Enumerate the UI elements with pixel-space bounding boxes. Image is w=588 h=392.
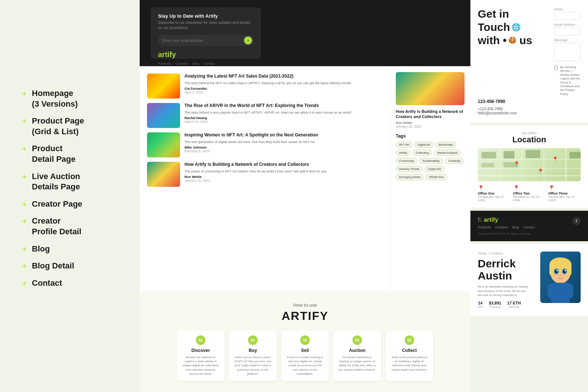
office-name-1: Office One — [478, 192, 510, 195]
svg-point-26 — [564, 270, 566, 271]
tag-crypto-art[interactable]: Crypto Art — [424, 166, 444, 172]
blog-item-1[interactable]: Analyzing the Latest NFT Art Sales Data … — [147, 74, 382, 99]
tag-nft-art[interactable]: NFT Art — [396, 142, 412, 148]
footer-nav-products[interactable]: Products — [158, 62, 171, 65]
sidebar-item-contact[interactable]: + Contact — [22, 278, 125, 289]
footer-nav-creators[interactable]: Creators — [176, 62, 189, 65]
tag-sustainability[interactable]: Sustainability — [419, 158, 443, 164]
svg-rect-19 — [549, 263, 554, 275]
blog-item-3[interactable]: Inspiring Women in NFT Art: A Spotlight … — [147, 132, 382, 157]
sidebar-item-product-detail[interactable]: + ProductDetail Page — [22, 143, 125, 164]
sidebar-item-homepage[interactable]: + Homepage(3 Versions) — [22, 88, 125, 109]
stat-earning-usd-label: Earning — [489, 305, 501, 309]
svg-rect-9 — [526, 150, 540, 158]
svg-point-25 — [556, 270, 558, 271]
blog-date-1: April 1, 2022 — [184, 90, 382, 94]
contact-emoji-cookie: 🍪 — [508, 36, 516, 44]
blog-item-4[interactable]: How Artify is Building a Network of Crea… — [147, 162, 382, 187]
sidebar-blog-title: How Artify is Building a Network of Crea… — [396, 109, 465, 120]
tag-emerging-artists[interactable]: Emerging Artists — [396, 174, 424, 180]
sidebar-item-live-auction[interactable]: + Live AuctionDetails Page — [22, 171, 125, 192]
svg-rect-8 — [503, 151, 514, 158]
svg-rect-29 — [548, 284, 555, 299]
tag-digital-art[interactable]: Digital Art — [414, 142, 433, 148]
profile-name: DerrickAustin — [478, 257, 534, 282]
office-two: 📍 Office Two 456 Market St, City, ST 678… — [513, 185, 545, 202]
sidebar-item-blog[interactable]: + Blog — [22, 244, 125, 254]
facebook-icon[interactable]: f — [573, 217, 581, 225]
step-title-5: Collect — [391, 348, 428, 353]
plus-icon: + — [22, 117, 27, 126]
sidebar-blog-date: January 15, 2023 — [396, 125, 465, 128]
main-layout: + Homepage(3 Versions) + Product Page(Gr… — [0, 0, 588, 392]
blog-title-3: Inspiring Women in NFT Art: A Spotlight … — [184, 132, 382, 138]
blog-sidebar: How Artify is Building a Network of Crea… — [390, 66, 470, 291]
stat-arts-value: 14 — [478, 301, 483, 305]
tag-vr-ar-arts[interactable]: VR/AR Arts — [426, 174, 447, 180]
blog-item-2[interactable]: The Rise of AR/VR in the World of NFT Ar… — [147, 103, 382, 128]
plus-icon: + — [22, 89, 27, 99]
tag-industry-trends[interactable]: Industry Trends — [396, 166, 423, 172]
footer-link-contact[interactable]: Contact — [523, 225, 535, 229]
footer-social: f — [573, 217, 581, 225]
svg-rect-12 — [570, 152, 581, 158]
footer-brand: fi.artify — [478, 217, 498, 223]
contact-email-input[interactable] — [554, 27, 581, 35]
office-name-3: Office Three — [548, 192, 581, 195]
stat-arts-label: Arts — [478, 305, 483, 309]
sidebar-item-creator-profile[interactable]: + CreatorProfile Detail — [22, 216, 125, 237]
contact-name-input[interactable] — [554, 12, 581, 20]
tag-community[interactable]: Community — [396, 158, 417, 164]
footer-link-blog[interactable]: Blog — [512, 225, 519, 229]
svg-rect-10 — [481, 163, 494, 167]
tag-artists[interactable]: Artists — [396, 150, 410, 156]
contact-agree-checkbox[interactable] — [554, 66, 558, 70]
tag-market-analysis[interactable]: Market Analysis — [434, 150, 461, 156]
contact-email-label: Email Address — [554, 23, 581, 26]
svg-point-27 — [559, 275, 562, 276]
blog-excerpt-2: The story behind a very popular trend in… — [184, 110, 382, 115]
office-address-1: 123 Main Ave, City, ST 12345 — [478, 195, 510, 202]
blog-title-4: How Artify is Building a Network of Crea… — [184, 162, 382, 168]
footer-link-products[interactable]: Products — [478, 225, 491, 229]
step-title-4: Auction — [338, 348, 376, 353]
step-number-3: 03 — [300, 335, 310, 345]
tag-collecting[interactable]: Collecting — [412, 150, 432, 156]
sidebar-item-product-page[interactable]: + Product Page(Grid & List) — [22, 116, 125, 137]
contact-emoji-globe: 🌐 — [512, 23, 521, 32]
right-panel: Get in Touch 🌐 with • 🍪 us Name Email Ad… — [470, 0, 588, 392]
contact-email-field: Email Address — [554, 23, 581, 35]
footer-nav-contact[interactable]: Contact — [204, 62, 215, 65]
blog-thumb-2 — [147, 103, 180, 128]
svg-text:📍: 📍 — [537, 168, 544, 175]
sidebar: + Homepage(3 Versions) + Product Page(Gr… — [0, 0, 140, 392]
sidebar-item-blog-detail[interactable]: + Blog Detail — [22, 261, 125, 271]
footer-nav-blog[interactable]: Blog — [193, 62, 199, 65]
tag-blockchain[interactable]: Blockchain — [435, 142, 456, 148]
footer-brand-prefix: fi. — [478, 217, 482, 223]
stat-earning-eth-label: Earning — [507, 305, 521, 309]
stat-earning-eth-value: 17 ETH — [507, 301, 521, 305]
blog-excerpt-4: The power of community in NFT Art market… — [184, 169, 382, 174]
newsletter-submit-button[interactable]: → — [244, 36, 252, 44]
tags-section: Tags NFT Art Digital Art Blockchain Arti… — [396, 133, 465, 180]
step-desc-2: When you've found a piece of NFT art tha… — [234, 355, 272, 376]
newsletter-email-input[interactable] — [162, 39, 243, 43]
blog-list: Analyzing the Latest NFT Art Sales Data … — [140, 66, 390, 291]
plus-icon: + — [22, 200, 27, 209]
step-title-1: Discover — [182, 348, 219, 353]
step-title-3: Sell — [286, 348, 324, 353]
tag-creativity[interactable]: Creativity — [445, 158, 464, 164]
blog-thumb-4 — [147, 162, 180, 187]
footer-link-creators[interactable]: Creators — [495, 225, 508, 229]
contact-phone: 123-456-7890 — [478, 99, 581, 104]
newsletter-subtitle: Subscribe to our newsletter for more upd… — [158, 20, 254, 31]
blog-author-2: Rachel Hwang — [184, 116, 382, 120]
sidebar-blog-author: Ron Wettie — [396, 121, 465, 125]
contact-message-textarea[interactable] — [554, 43, 581, 61]
sidebar-item-creator-page[interactable]: + Creator Page — [22, 199, 125, 210]
blog-author-1: Cia Fernandez — [184, 87, 382, 90]
steps-row: 01 Discover Browse our platform to explo… — [154, 330, 456, 381]
contact-form: Name Email Address Message — [554, 7, 581, 96]
svg-rect-20 — [567, 263, 571, 275]
